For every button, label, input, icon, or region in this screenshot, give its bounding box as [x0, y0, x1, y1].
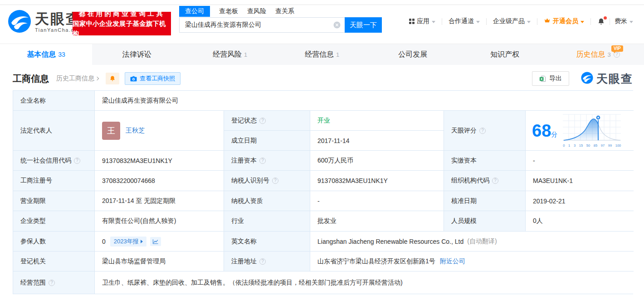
- search-tab-boss[interactable]: 查老板: [219, 6, 238, 17]
- monitor-bell-button[interactable]: [106, 73, 119, 84]
- nav-enterprise-products[interactable]: 企业级产品: [493, 17, 531, 25]
- tab-history-info[interactable]: VIP 历史信息 3 ?: [552, 44, 644, 65]
- field-value-company-name: 梁山佳成再生资源有限公司: [95, 91, 634, 111]
- insured-count: 0: [102, 238, 106, 245]
- field-value-industry: 批发业: [310, 211, 444, 232]
- history-business-info-link[interactable]: 历史工商信息: [56, 74, 98, 83]
- field-label-registration-authority: 登记机关: [13, 252, 95, 271]
- field-value-legal-representative: 王 王秋芝: [95, 111, 224, 151]
- business-info-section-header: 工商信息 历史工商信息 查看工商快照: [13, 72, 633, 85]
- help-icon[interactable]: ?: [272, 178, 278, 184]
- help-icon[interactable]: ?: [492, 178, 498, 184]
- search-input[interactable]: [179, 17, 345, 33]
- field-label-tianyan-score: 天眼评分 ?: [444, 111, 526, 151]
- clear-search-icon[interactable]: [333, 21, 341, 29]
- help-icon[interactable]: ?: [479, 128, 486, 134]
- notifications-bell-icon[interactable]: [597, 18, 605, 25]
- camera-icon: [130, 76, 137, 82]
- crown-icon: [544, 17, 551, 25]
- tab-basic-info[interactable]: 基本信息 33: [0, 44, 92, 65]
- tab-operation-risk[interactable]: 经营风险 1: [184, 44, 276, 65]
- nav-divider: [610, 18, 610, 25]
- auto-translate-note: (自动翻译): [467, 237, 497, 246]
- field-label-staff-size: 人员规模: [444, 211, 526, 232]
- field-label-credit-code: 统一社会信用代码 ?: [13, 151, 95, 171]
- field-label-company-name: 企业名称: [13, 91, 95, 111]
- annual-report-button[interactable]: 2023年报: [110, 237, 146, 247]
- field-label-industry: 行业: [224, 211, 310, 232]
- field-label-approval-date: 核准日期: [444, 191, 526, 211]
- top-nav: 应用 合作通道 企业级产品 开通会员: [409, 17, 633, 25]
- field-label-paid-capital: 实缴资本: [444, 151, 526, 171]
- help-icon[interactable]: ?: [259, 258, 266, 265]
- field-value-registration-status: 开业: [310, 111, 444, 131]
- score-distribution-chart: 0131550859799100: [563, 113, 621, 148]
- help-icon[interactable]: ?: [259, 158, 266, 164]
- search-tab-company[interactable]: 查公司: [179, 6, 210, 17]
- field-label-company-type: 企业类型: [13, 211, 95, 232]
- nav-cooperation[interactable]: 合作通道: [449, 17, 480, 25]
- field-value-registered-capital: 600万人民币: [310, 151, 444, 171]
- search-tab-risk[interactable]: 查风险: [247, 6, 266, 17]
- field-label-registered-address: 注册地址 ?: [224, 252, 310, 271]
- nav-divider: [590, 18, 591, 25]
- score-number: 68: [532, 122, 551, 139]
- search-area: 查公司 查老板 查风险 查关系 天眼一下: [179, 5, 382, 33]
- field-value-english-name: Liangshan Jiacheng Renewable Resources C…: [310, 232, 634, 252]
- field-value-registration-authority: 梁山县市场监督管理局: [95, 252, 224, 271]
- field-label-registered-capital: 注册资本 ?: [224, 151, 310, 171]
- score-axis-ticks: 0131550859799100: [563, 143, 621, 148]
- slogan-line1: 都在用的商业查询工具: [79, 9, 165, 19]
- nav-open-vip[interactable]: 开通会员: [544, 17, 584, 25]
- tianyancha-logo-icon: [8, 10, 31, 35]
- field-value-staff-size: 0人: [526, 211, 634, 232]
- trend-line-icon: [152, 239, 159, 244]
- field-label-establish-date: 成立日期: [224, 131, 310, 151]
- search-tab-relation[interactable]: 查关系: [275, 6, 294, 17]
- field-value-company-type: 有限责任公司(自然人独资): [95, 211, 224, 232]
- tab-legal-proceedings[interactable]: 法律诉讼: [92, 44, 184, 65]
- field-label-registration-number: 工商注册号: [13, 171, 95, 191]
- field-label-business-scope: 经营范围 ?: [13, 271, 95, 294]
- section-title: 工商信息: [13, 73, 49, 85]
- legal-rep-avatar[interactable]: 王: [102, 122, 120, 140]
- search-button[interactable]: 天眼一下: [345, 17, 382, 33]
- field-value-establish-date: 2017-11-14: [310, 131, 444, 151]
- help-icon[interactable]: ?: [259, 118, 266, 124]
- search-tabs: 查公司 查老板 查风险 查关系: [179, 5, 382, 17]
- legal-rep-name-link[interactable]: 王秋芝: [126, 127, 145, 135]
- field-value-taxpayer-quality: -: [310, 191, 444, 211]
- export-button[interactable]: 导出: [532, 71, 569, 86]
- chevron-down-icon: [476, 21, 480, 23]
- chevron-down-icon: [527, 21, 531, 23]
- chevron-right-icon: [95, 77, 99, 80]
- notification-dot: [604, 16, 607, 20]
- view-business-snapshot-button[interactable]: 查看工商快照: [125, 72, 181, 85]
- field-value-taxpayer-id: 91370832MA3EU1NK1Y: [310, 171, 444, 191]
- tab-count: 1: [244, 51, 247, 58]
- tab-count: 1: [336, 51, 339, 58]
- apps-grid-icon: [409, 19, 415, 24]
- field-label-legal-representative: 法定代表人: [13, 111, 95, 151]
- field-label-insured-count: 参保人数: [13, 232, 95, 252]
- slogan-line2: 国家中小企业发展子基金旗下机构: [73, 19, 171, 39]
- field-value-approval-date: 2019-02-21: [526, 191, 634, 211]
- nearby-companies-link[interactable]: 附近公司: [440, 257, 465, 266]
- nav-user-menu[interactable]: 费米: [615, 17, 633, 25]
- nav-divider: [486, 18, 487, 25]
- business-info-table: 企业名称 梁山佳成再生资源有限公司 法定代表人 王 王秋芝 登记状态 ? 开业 …: [13, 90, 633, 294]
- help-icon[interactable]: ?: [74, 158, 80, 164]
- help-icon[interactable]: ?: [49, 280, 55, 286]
- tab-count: 33: [58, 51, 65, 58]
- tab-count: 3: [607, 51, 610, 58]
- tab-company-development[interactable]: 公司发展: [368, 44, 460, 65]
- tianyancha-logo[interactable]: 天眼查 TianYanCha.com: [8, 10, 83, 35]
- tab-intellectual-property[interactable]: 知识产权: [460, 44, 552, 65]
- insured-trend-chart-button[interactable]: [150, 237, 161, 246]
- nav-apps[interactable]: 应用: [409, 17, 435, 25]
- watermark-text: 天眼查: [596, 71, 633, 86]
- tab-operation-info[interactable]: 经营信息 1: [276, 44, 368, 65]
- field-label-org-code: 组织机构代码 ?: [444, 171, 526, 191]
- field-value-tianyan-score: 68 分: [526, 111, 634, 151]
- field-label-english-name: 英文名称: [224, 232, 310, 252]
